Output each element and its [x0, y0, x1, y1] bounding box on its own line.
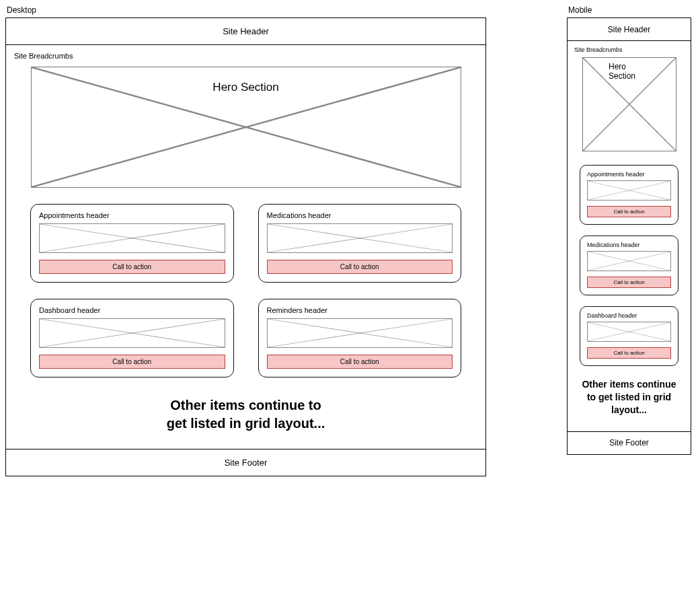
card-reminders: Reminders header Call to action	[258, 299, 462, 377]
cta-button[interactable]: Call to action	[587, 347, 671, 359]
hero-label: Hero Section	[210, 81, 281, 94]
image-placeholder-icon	[588, 322, 670, 341]
desktop-column: Desktop Site Header Site Breadcrumbs Her…	[5, 5, 486, 476]
card-image-placeholder	[267, 223, 453, 253]
site-footer: Site Footer	[6, 449, 485, 476]
breadcrumb: Site Breadcrumbs	[574, 46, 684, 53]
desktop-label: Desktop	[5, 5, 486, 15]
cta-button[interactable]: Call to action	[267, 260, 453, 274]
cta-button[interactable]: Call to action	[587, 206, 671, 217]
more-items-note: Other items continue to get listed in gr…	[579, 378, 680, 417]
cards-grid: Appointments header Call to action Medic…	[14, 204, 477, 377]
hero-section: Hero Section	[31, 67, 461, 188]
card-image-placeholder	[587, 180, 671, 201]
image-placeholder-icon	[268, 224, 453, 252]
image-placeholder-icon	[588, 252, 670, 271]
desktop-content: Site Breadcrumbs Hero Section Appointmen…	[6, 45, 485, 449]
image-placeholder-icon	[268, 319, 453, 347]
more-items-note: Other items continue to get listed in gr…	[159, 396, 334, 433]
desktop-frame: Site Header Site Breadcrumbs Hero Sectio…	[5, 17, 486, 476]
card-header: Medications header	[267, 211, 453, 219]
card-appointments: Appointments header Call to action	[580, 165, 678, 225]
card-image-placeholder	[267, 318, 453, 348]
mobile-column: Mobile Site Header Site Breadcrumbs Hero…	[567, 5, 691, 455]
site-header: Site Header	[6, 18, 485, 45]
site-footer: Site Footer	[568, 431, 691, 454]
image-placeholder-icon	[588, 181, 670, 200]
cta-button[interactable]: Call to action	[39, 355, 225, 369]
cta-button[interactable]: Call to action	[39, 260, 225, 274]
card-header: Reminders header	[267, 306, 453, 314]
site-header: Site Header	[568, 18, 691, 41]
card-header: Appointments header	[39, 211, 225, 219]
card-header: Dashboard header	[39, 306, 225, 314]
card-medications: Medications header Call to action	[258, 204, 462, 283]
card-header: Medications header	[587, 242, 671, 248]
cards-grid: Appointments header Call to action Medic…	[574, 165, 684, 366]
card-image-placeholder	[587, 251, 671, 271]
mobile-content: Site Breadcrumbs Hero Section Appointmen…	[568, 41, 691, 431]
card-medications: Medications header Call to action	[580, 236, 678, 295]
mobile-frame: Site Header Site Breadcrumbs Hero Sectio…	[567, 17, 691, 455]
card-image-placeholder	[587, 322, 671, 342]
card-appointments: Appointments header Call to action	[30, 204, 234, 283]
wireframe-page: Desktop Site Header Site Breadcrumbs Her…	[5, 5, 695, 476]
image-placeholder-icon	[40, 224, 225, 252]
hero-label: Hero Section	[606, 62, 652, 81]
card-header: Appointments header	[587, 171, 671, 178]
card-header: Dashboard header	[587, 312, 671, 319]
cta-button[interactable]: Call to action	[587, 277, 671, 288]
card-dashboard: Dashboard header Call to action	[30, 299, 234, 377]
cta-button[interactable]: Call to action	[267, 355, 453, 369]
card-image-placeholder	[39, 223, 225, 253]
mobile-label: Mobile	[567, 5, 691, 15]
breadcrumb: Site Breadcrumbs	[14, 52, 477, 60]
card-dashboard: Dashboard header Call to action	[580, 306, 678, 366]
image-placeholder-icon	[40, 319, 225, 347]
card-image-placeholder	[39, 318, 225, 348]
hero-section: Hero Section	[582, 57, 676, 151]
